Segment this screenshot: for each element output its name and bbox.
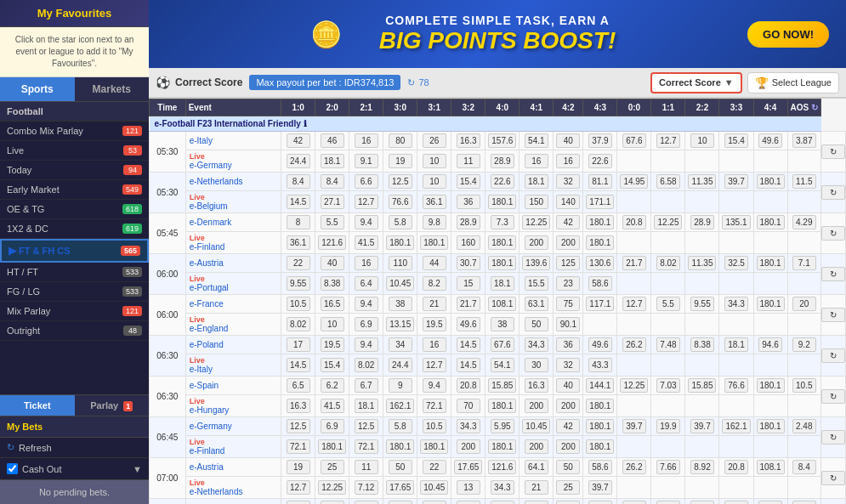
odd-button[interactable]: 15.85: [688, 378, 716, 393]
odd-button[interactable]: 21: [423, 297, 446, 311]
sidebar-item-mix-parlay[interactable]: Mix Parlay 121: [0, 302, 149, 321]
odd-button[interactable]: 41.5: [355, 235, 378, 250]
odd-button[interactable]: 8.38: [321, 276, 344, 291]
team1-name[interactable]: e-Austria: [190, 258, 277, 268]
aos-cell[interactable]: ↻: [821, 458, 846, 499]
odd-button[interactable]: 24.4: [287, 154, 310, 168]
odd-button[interactable]: 19: [724, 501, 748, 504]
odd-button[interactable]: 19: [287, 460, 310, 474]
odd-button[interactable]: 13.6: [457, 501, 480, 504]
odd-button[interactable]: 34.3: [525, 337, 548, 352]
odd-button[interactable]: 130.6: [586, 256, 614, 270]
odd-button[interactable]: 43.3: [588, 358, 612, 372]
odd-button[interactable]: 200: [556, 235, 580, 250]
odd-button[interactable]: 8.02: [287, 317, 310, 331]
odd-button[interactable]: 11.35: [688, 174, 716, 189]
odd-button[interactable]: 21.7: [457, 297, 480, 311]
odd-button[interactable]: 13: [457, 480, 480, 495]
odd-button[interactable]: 49.6: [758, 133, 782, 148]
odd-button[interactable]: 180.1: [757, 419, 785, 433]
odd-button[interactable]: 180.1: [586, 399, 614, 413]
correct-score-dropdown[interactable]: Correct Score ▼: [650, 72, 742, 93]
aos-cell[interactable]: ↻: [821, 377, 846, 417]
odd-button[interactable]: 70: [457, 399, 480, 413]
odd-button[interactable]: 10: [690, 133, 714, 148]
odd-button[interactable]: 34: [389, 337, 412, 352]
odd-button[interactable]: 180.1: [318, 439, 346, 454]
odd-button[interactable]: 180.1: [757, 256, 785, 270]
odd-button[interactable]: 6.4: [355, 276, 378, 291]
odd-button[interactable]: 22.6: [491, 174, 514, 189]
aos-button[interactable]: ↻: [821, 430, 845, 445]
odd-button[interactable]: 40: [556, 378, 580, 393]
odd-button[interactable]: 7.48: [656, 501, 680, 504]
team1-name[interactable]: e-Spain: [190, 381, 277, 390]
aos-cell[interactable]: ↻: [821, 417, 846, 458]
odd-button[interactable]: 20.8: [622, 215, 646, 229]
odd-button[interactable]: 9: [389, 378, 412, 393]
odd-button[interactable]: 32: [556, 174, 580, 189]
odd-button[interactable]: 72.1: [355, 439, 378, 454]
odd-button[interactable]: 41.5: [321, 399, 344, 413]
odd-button[interactable]: 180.1: [420, 235, 448, 250]
odd-button[interactable]: 6.5: [287, 378, 310, 393]
odd-button[interactable]: 76.6: [724, 378, 748, 393]
banner-go-now-button[interactable]: GO NOW!: [747, 21, 829, 48]
odd-button[interactable]: 180.1: [488, 439, 516, 454]
sidebar-item-outright[interactable]: Outright 48: [0, 321, 149, 341]
sidebar-item-combo-mix-parlay[interactable]: Combo Mix Parlay 121: [0, 122, 149, 141]
aos-button[interactable]: ↻: [821, 308, 845, 322]
odd-button[interactable]: 18.1: [491, 276, 514, 291]
odd-button[interactable]: 20.8: [724, 460, 748, 474]
aos-cell[interactable]: ↻: [821, 213, 846, 254]
tab-parlay[interactable]: Parlay 1: [75, 395, 150, 416]
team1-name[interactable]: e-Austria: [190, 462, 277, 472]
odd-button[interactable]: 144.1: [586, 378, 614, 393]
odd-button[interactable]: 17.65: [454, 460, 482, 474]
odd-button[interactable]: 44: [423, 256, 446, 270]
odd-button[interactable]: 139.6: [522, 256, 550, 270]
team1-name[interactable]: e-Poland: [190, 340, 277, 349]
team2-name[interactable]: e-Germany: [190, 161, 277, 170]
sidebar-item-ft-fh-cs[interactable]: ▶ FT & FH CS 565: [0, 239, 149, 263]
aos-cell[interactable]: ↻: [821, 173, 846, 213]
odd-button[interactable]: 28.9: [525, 501, 548, 504]
cashout-checkbox[interactable]: [7, 463, 18, 474]
odd-button[interactable]: 49.6: [457, 317, 480, 331]
odd-button[interactable]: 39.7: [588, 480, 612, 495]
odd-button[interactable]: 54.1: [491, 501, 514, 504]
odd-button[interactable]: 16.5: [321, 297, 344, 311]
aos-button[interactable]: ↻: [821, 348, 845, 363]
odd-button[interactable]: 12.7: [355, 195, 378, 209]
odd-button[interactable]: 14.5: [457, 358, 480, 372]
odd-button[interactable]: 180.1: [757, 215, 785, 229]
sidebar-item-fg-lg[interactable]: FG / LG 533: [0, 282, 149, 302]
odd-button[interactable]: 28.9: [690, 215, 714, 229]
odd-button[interactable]: 17: [287, 337, 310, 352]
odd-button[interactable]: 20: [792, 297, 816, 311]
odd-button[interactable]: 7.66: [656, 460, 680, 474]
team2-name[interactable]: e-Finland: [190, 242, 277, 252]
tab-markets[interactable]: Markets: [75, 77, 150, 101]
odd-button[interactable]: 12.25: [522, 215, 550, 229]
odd-button[interactable]: 12.5: [355, 419, 378, 433]
team1-name[interactable]: e-France: [190, 299, 277, 309]
sidebar-item-1x2-dc[interactable]: 1X2 & DC 619: [0, 219, 149, 239]
odd-button[interactable]: 180.1: [757, 378, 785, 393]
odd-button[interactable]: 180.1: [488, 235, 516, 250]
team1-name[interactable]: e-Netherlands: [190, 177, 277, 186]
odd-button[interactable]: 23: [556, 276, 580, 291]
odd-button[interactable]: 80: [389, 133, 412, 148]
odd-button[interactable]: 40: [556, 133, 580, 148]
odd-button[interactable]: 26.2: [622, 460, 646, 474]
odd-button[interactable]: 171.1: [586, 195, 614, 209]
odd-button[interactable]: 50: [556, 460, 580, 474]
odd-button[interactable]: 76.6: [389, 195, 412, 209]
odd-button[interactable]: 9.55: [287, 276, 310, 291]
odd-button[interactable]: 8: [287, 215, 310, 229]
odd-button[interactable]: 180.1: [586, 419, 614, 433]
odd-button[interactable]: 19.5: [321, 337, 344, 352]
aos-button[interactable]: ↻: [821, 389, 845, 404]
odd-button[interactable]: 11: [355, 460, 378, 474]
odd-button[interactable]: 180.1: [757, 297, 785, 311]
